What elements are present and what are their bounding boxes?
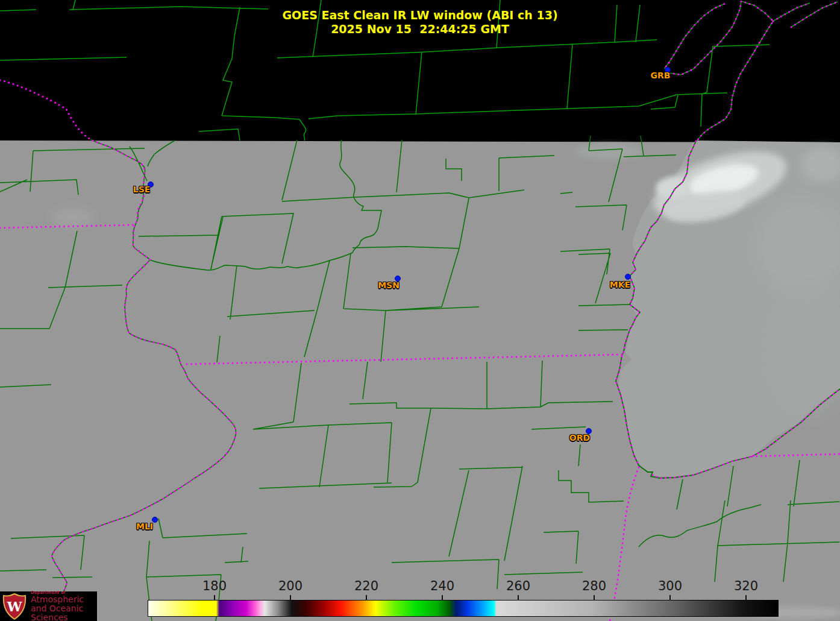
colorbar-tick-200 [290,595,291,600]
colorbar-tick-320 [745,595,747,600]
image-title: GOES East Clean IR LW window (ABI ch 13)… [0,8,840,36]
uw-aos-logo: W Department of Atmospheric and Oceanic … [0,591,97,621]
colorbar-label-180: 180 [202,579,227,593]
temperature-colorbar: 180200220240260280300320 [148,600,779,617]
station-label-MKE: MKE [610,280,630,289]
image-title-line2: 2025 Nov 15 22:44:25 GMT [331,22,509,36]
colorbar-label-200: 200 [278,579,302,593]
station-dot-MKE [625,274,631,280]
colorbar-label-240: 240 [430,579,454,593]
colorbar-label-320: 320 [734,579,758,593]
station-label-ORD: ORD [569,433,590,443]
state-borders-dotted [0,1,840,621]
colorbar-tick-280 [594,595,595,600]
colorbar-tick-300 [669,595,671,600]
station-label-LSE: LSE [133,184,151,194]
lake-michigan-shoreline [616,141,840,478]
colorbar-label-260: 260 [506,579,530,593]
uw-crest-icon: W [2,593,27,620]
colorbar-label-280: 280 [582,579,606,593]
colorbar-tick-260 [518,595,519,600]
image-title-line1: GOES East Clean IR LW window (ABI ch 13) [282,8,557,22]
logo-name-line1: Atmospheric [31,595,97,604]
colorbar-label-220: 220 [354,579,378,593]
colorbar-tick-220 [366,595,367,600]
county-lines-gray-region [0,136,839,621]
colorbar-tick-240 [442,595,443,600]
colorbar-tick-180 [214,595,215,600]
colorbar-label-300: 300 [658,579,682,593]
crest-letter: W [7,599,22,614]
station-label-GRB: GRB [651,71,671,80]
station-label-MLI: MLI [136,522,153,531]
map-overlay [0,0,840,621]
logo-name-line2: and Oceanic Sciences [31,604,97,621]
satellite-image-viewport: GOES East Clean IR LW window (ABI ch 13)… [0,0,840,621]
river-lines [52,139,761,597]
station-label-MSN: MSN [378,280,400,290]
